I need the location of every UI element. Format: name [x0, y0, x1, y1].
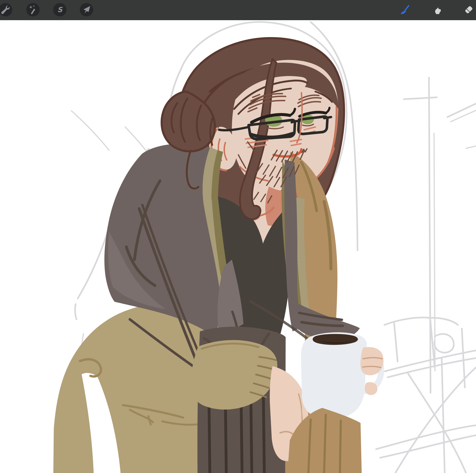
transform-button[interactable]	[80, 3, 93, 16]
adjustments-button[interactable]	[26, 3, 40, 16]
drawing-canvas[interactable]	[0, 0, 476, 473]
actions-button[interactable]	[0, 3, 12, 16]
mug	[301, 332, 367, 419]
paintbrush-icon	[399, 4, 410, 15]
glasses-bridge	[292, 121, 300, 122]
smudge-finger-icon	[432, 4, 443, 15]
wrench-icon	[0, 5, 11, 15]
smudge-tool-button[interactable]	[431, 3, 444, 16]
paint-tool-button[interactable]	[398, 3, 411, 16]
magic-wand-icon	[28, 5, 38, 15]
procreate-window: S	[0, 0, 476, 473]
selection-button[interactable]: S	[53, 3, 67, 16]
erase-tool-button[interactable]	[462, 3, 476, 16]
toolbar: S	[0, 0, 476, 20]
selection-s-icon: S	[55, 5, 65, 15]
eraser-icon	[463, 4, 474, 15]
transform-arrow-icon	[81, 5, 92, 15]
svg-text:S: S	[57, 6, 63, 14]
